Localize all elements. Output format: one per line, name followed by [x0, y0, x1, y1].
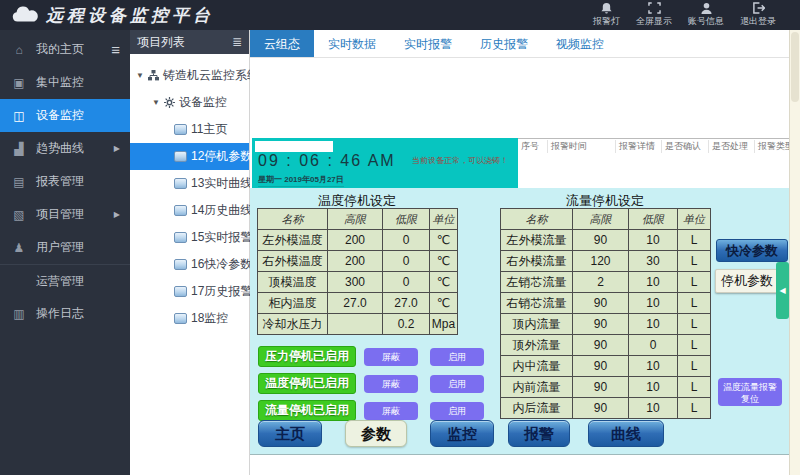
tree-item-15[interactable]: 15实时报警	[130, 224, 249, 251]
tree-item-label: 11主页	[191, 121, 227, 138]
sidebar-item-home[interactable]: ⌂ 我的主页 ≡	[0, 33, 130, 66]
account-button[interactable]: 账号信息	[688, 2, 724, 28]
alarm-col-confirm: 是否确认	[662, 140, 709, 153]
cell-high: 27.0	[328, 293, 383, 314]
alarm-col-handled: 是否处理	[709, 140, 755, 153]
sidebar-item-report-mgmt[interactable]: ▤ 报表管理	[0, 165, 130, 198]
tree-item-13[interactable]: 13实时曲线	[130, 170, 249, 197]
project-tree: ▼ 铸造机云监控系统 ▼ 设备监控 11主页 12停机参数 13实时曲线	[130, 54, 249, 332]
sidebar-item-operation-mgmt[interactable]: 运营管理	[0, 264, 130, 297]
cell-name: 冷却水压力	[258, 314, 328, 335]
sidebar-item-central-monitor[interactable]: ▣ 集中监控	[0, 66, 130, 99]
col-name: 名称	[501, 209, 573, 230]
tree-item-14[interactable]: 14历史曲线	[130, 197, 249, 224]
cell-name: 左外模温度	[258, 230, 328, 251]
cell-high: 90	[573, 356, 629, 377]
pressure-enable-button[interactable]: 启用	[430, 348, 484, 366]
sidebar-item-label: 操作日志	[36, 305, 84, 322]
temperature-shutdown-status[interactable]: 温度停机已启用	[258, 373, 356, 394]
picture-icon	[174, 259, 187, 270]
sidebar-item-label: 项目管理	[36, 206, 84, 223]
cell-low: 0	[383, 272, 430, 293]
alarm-light-button[interactable]: 报警灯	[593, 2, 620, 28]
cell-name: 内前流量	[501, 377, 573, 398]
caret-down-icon[interactable]: ▼	[136, 71, 144, 80]
temperature-enable-button[interactable]: 启用	[430, 375, 484, 393]
device-status-message: 当前设备正常，可以浇铸！	[412, 155, 508, 166]
flow-enable-button[interactable]: 启用	[430, 402, 484, 420]
pressure-shutdown-status[interactable]: 压力停机已启用	[258, 346, 356, 367]
cell-high	[328, 314, 383, 335]
nav-alarm-button[interactable]: 报警	[508, 420, 570, 447]
picture-icon	[174, 151, 187, 162]
cell-unit: ℃	[430, 272, 458, 293]
pressure-mask-button[interactable]: 屏蔽	[364, 348, 418, 366]
cell-name: 左外模流量	[501, 230, 573, 251]
flow-mask-button[interactable]: 屏蔽	[364, 402, 418, 420]
nav-home-button[interactable]: 主页	[258, 420, 322, 447]
cell-unit: L	[678, 335, 711, 356]
tab-video-monitor[interactable]: 视频监控	[542, 30, 618, 57]
cell-high: 90	[573, 230, 629, 251]
tab-realtime-alarm[interactable]: 实时报警	[390, 30, 466, 57]
sidebar-item-device-monitor[interactable]: ◫ 设备监控	[0, 99, 130, 132]
flow-shutdown-status[interactable]: 流量停机已启用	[258, 400, 356, 421]
home-icon: ⌂	[12, 43, 26, 57]
nav-monitor-button[interactable]: 监控	[430, 420, 494, 447]
main-sidebar: ⌂ 我的主页 ≡ ▣ 集中监控 ◫ 设备监控 ▟ 趋势曲线 ▶ ▤ 报表管理 ▧…	[0, 30, 130, 475]
cell-low: 10	[629, 272, 678, 293]
temperature-mask-button[interactable]: 屏蔽	[364, 375, 418, 393]
tree-item-16[interactable]: 16快冷参数	[130, 251, 249, 278]
sidebar-item-label: 报表管理	[36, 173, 84, 190]
cell-unit: L	[678, 398, 711, 419]
cell-low: 10	[629, 398, 678, 419]
shutdown-params-button[interactable]: 停机参数	[715, 269, 779, 293]
cell-unit: L	[678, 314, 711, 335]
nav-curve-button[interactable]: 曲线	[588, 420, 664, 447]
cell-low: 30	[629, 251, 678, 272]
vertical-scrollbar[interactable]	[789, 30, 800, 475]
sidebar-item-user-mgmt[interactable]: ♟ 用户管理	[0, 231, 130, 264]
collapse-left-icon: ◀	[779, 286, 785, 295]
gear-icon	[164, 97, 175, 108]
cell-high: 200	[328, 251, 383, 272]
tab-cloud-config[interactable]: 云组态	[250, 30, 314, 57]
temp-flow-alarm-reset-button[interactable]: 温度流量报警 复位	[718, 378, 782, 406]
tab-history-alarm[interactable]: 历史报警	[466, 30, 542, 57]
tab-realtime-data[interactable]: 实时数据	[314, 30, 390, 57]
logout-button[interactable]: 退出登录	[740, 2, 776, 28]
sidebar-item-trend-curve[interactable]: ▟ 趋势曲线 ▶	[0, 132, 130, 165]
cell-unit: ℃	[430, 293, 458, 314]
sidebar-item-project-mgmt[interactable]: ▧ 项目管理 ▶	[0, 198, 130, 231]
scrollbar-thumb[interactable]	[791, 32, 799, 102]
masked-label-area	[255, 141, 333, 152]
collapse-menu-icon[interactable]: ≡	[111, 41, 120, 58]
table-row: 顶内流量 90 10 L	[501, 314, 711, 335]
cell-unit: L	[678, 377, 711, 398]
tree-item-12-selected[interactable]: 12停机参数	[130, 143, 249, 170]
table-row: 柜内温度 27.0 27.0 ℃	[258, 293, 458, 314]
cell-unit: L	[678, 293, 711, 314]
quick-cool-params-button[interactable]: 快冷参数	[716, 239, 788, 262]
list-icon[interactable]: ≣	[232, 35, 242, 49]
caret-down-icon[interactable]: ▼	[152, 98, 160, 107]
cell-high: 120	[573, 251, 629, 272]
tree-group-node[interactable]: ▼ 设备监控	[130, 89, 249, 116]
logout-label: 退出登录	[740, 15, 776, 28]
fullscreen-label: 全屏显示	[636, 15, 672, 28]
sidebar-item-operation-log[interactable]: ▥ 操作日志	[0, 297, 130, 330]
tree-item-11[interactable]: 11主页	[130, 116, 249, 143]
nav-params-button[interactable]: 参数	[345, 420, 407, 447]
panel-collapse-handle[interactable]: ◀	[776, 262, 789, 319]
cell-low: 10	[629, 314, 678, 335]
tree-item-17[interactable]: 17历史报警	[130, 278, 249, 305]
alarm-bell-icon	[600, 2, 613, 14]
cell-name: 顶内流量	[501, 314, 573, 335]
sidebar-item-label: 运营管理	[36, 273, 84, 290]
tree-item-18[interactable]: 18监控	[130, 305, 249, 332]
table-row: 左外模流量 90 10 L	[501, 230, 711, 251]
tree-root-node[interactable]: ▼ 铸造机云监控系统	[130, 62, 249, 89]
fullscreen-button[interactable]: 全屏显示	[636, 2, 672, 28]
cell-low: 0	[629, 335, 678, 356]
col-unit: 单位	[678, 209, 711, 230]
